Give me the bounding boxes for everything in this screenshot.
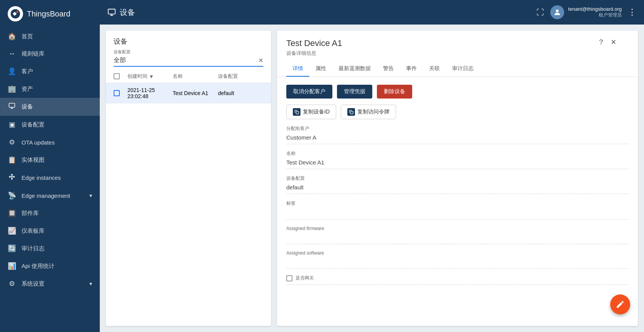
device-profiles-icon: ▣	[8, 120, 16, 129]
sidebar-item-label: 首页	[21, 33, 33, 40]
copy-token-button[interactable]: 复制访问令牌	[341, 105, 396, 119]
audit-log-icon: 🔄	[8, 244, 16, 253]
table-row[interactable]: 2021-11-25 23:02:48 Test Device A1 defau…	[106, 83, 271, 104]
row-checkbox[interactable]	[114, 90, 120, 96]
field-tags: 标签	[286, 200, 629, 220]
edit-fab-button[interactable]	[610, 294, 630, 314]
edge-instances-icon	[8, 173, 16, 182]
field-customer: 分配给客户 Customer A	[286, 125, 629, 144]
field-firmware: Assigned firmware	[286, 226, 629, 244]
svg-rect-9	[296, 112, 299, 114]
sidebar-item-home[interactable]: 🏠 首页	[0, 28, 100, 45]
rule-chains-icon: ↔	[8, 50, 16, 58]
assets-icon: 🏢	[8, 85, 16, 93]
detail-tabs: 详情 属性 最新遥测数据 警告 事件 关联 审计日志	[286, 61, 615, 77]
gateway-row: 是否网关	[286, 275, 629, 285]
user-details: tenant@thingsboard.org 租户管理员	[568, 6, 622, 18]
sidebar-item-label: 部件库	[21, 210, 39, 217]
field-gateway: 是否网关	[286, 275, 629, 285]
copy-token-icon	[347, 108, 355, 116]
filter-clear-button[interactable]: ✕	[258, 57, 263, 64]
devices-icon	[8, 102, 16, 111]
tab-attributes[interactable]: 属性	[309, 61, 332, 77]
detail-panel: Test Device A1 设备详细信息 详情 属性 最新遥测数据 警告 事件…	[277, 31, 638, 326]
sidebar-item-dashboards[interactable]: 📈 仪表板库	[0, 222, 100, 240]
panel-header: 设备	[106, 31, 271, 49]
entity-view-icon: 📋	[8, 156, 16, 164]
chevron-down-icon: ▾	[89, 192, 92, 199]
sidebar-item-device-profiles[interactable]: ▣ 设备配置	[0, 116, 100, 133]
name-column-header: 名称	[173, 73, 218, 80]
tags-label: 标签	[286, 200, 629, 207]
close-button[interactable]: ✕	[608, 37, 619, 48]
topbar-title-area: 设备	[107, 7, 532, 18]
tab-audit[interactable]: 审计日志	[446, 61, 480, 77]
filter-section: 设备配置 全部 ✕	[106, 49, 271, 67]
app-logo: ThingsBoard	[0, 0, 100, 28]
more-options-icon[interactable]: ⋮	[628, 7, 636, 17]
sidebar-item-ota-updates[interactable]: ⚙ OTA updates	[0, 133, 100, 151]
customer-label: 分配给客户	[286, 125, 629, 132]
sidebar-item-api-usage[interactable]: 📊 Api 使用统计	[0, 257, 100, 275]
topbar-title: 设备	[120, 7, 135, 18]
app-name: ThingsBoard	[27, 10, 70, 18]
profile-column-header: 设备配置	[218, 73, 263, 80]
sidebar-item-customers[interactable]: 👤 客户	[0, 62, 100, 80]
tab-telemetry[interactable]: 最新遥测数据	[332, 61, 377, 77]
svg-rect-10	[351, 112, 353, 114]
copy-token-label: 复制访问令牌	[357, 108, 390, 115]
sidebar-item-label: 规则链库	[21, 50, 45, 58]
gateway-checkbox[interactable]	[286, 275, 292, 281]
firmware-label: Assigned firmware	[286, 226, 629, 231]
tab-events[interactable]: 事件	[400, 61, 423, 77]
manage-credentials-button[interactable]: 管理凭据	[337, 85, 372, 99]
sidebar-item-label: Api 使用统计	[21, 263, 54, 270]
sidebar-item-audit-log[interactable]: 🔄 审计日志	[0, 240, 100, 257]
field-software: Assigned software	[286, 250, 629, 269]
sidebar-item-label: 设备	[21, 103, 33, 110]
filter-row: 全部 ✕	[114, 56, 263, 67]
help-icon[interactable]: ?	[596, 37, 606, 48]
row-date: 2021-11-25 23:02:48	[127, 87, 173, 99]
sidebar-item-edge-management[interactable]: 📡 Edge management ▾	[0, 187, 100, 204]
tab-alarms[interactable]: 警告	[377, 61, 400, 77]
user-info[interactable]: tenant@thingsboard.org 租户管理员	[550, 5, 622, 19]
customers-icon: 👤	[8, 67, 16, 76]
delete-device-button[interactable]: 删除设备	[377, 85, 412, 99]
user-role: 租户管理员	[568, 12, 622, 18]
sidebar-item-devices[interactable]: 设备	[0, 98, 100, 116]
table-header: 创建时间 ▼ 名称 设备配置	[106, 70, 271, 83]
devices-topbar-icon	[107, 8, 116, 16]
detail-header: Test Device A1 设备详细信息 详情 属性 最新遥测数据 警告 事件…	[277, 31, 638, 77]
sidebar-item-label: 客户	[21, 68, 33, 75]
copy-buttons: 复制设备ID 复制访问令牌	[286, 105, 629, 119]
sidebar-item-edge-instances[interactable]: Edge instances	[0, 169, 100, 187]
sidebar-item-label: OTA updates	[21, 139, 54, 146]
sidebar-item-widgets[interactable]: 🔲 部件库	[0, 204, 100, 222]
sidebar-item-rule-chains[interactable]: ↔ 规则链库	[0, 45, 100, 62]
copy-id-button[interactable]: 复制设备ID	[286, 105, 336, 119]
edge-management-icon: 📡	[8, 191, 16, 200]
row-profile: default	[218, 90, 263, 96]
svg-point-6	[12, 178, 13, 179]
unassign-customer-button[interactable]: 取消分配客户	[286, 85, 332, 99]
fullscreen-icon[interactable]: ⛶	[537, 8, 544, 17]
svg-point-5	[12, 174, 13, 175]
customer-value: Customer A	[286, 134, 629, 144]
sidebar-item-entity-view[interactable]: 📋 实体视图	[0, 151, 100, 169]
svg-point-3	[9, 176, 10, 178]
select-all-checkbox[interactable]	[114, 73, 120, 79]
tab-relations[interactable]: 关联	[423, 61, 446, 77]
system-settings-icon: ⚙	[8, 279, 16, 288]
sidebar-item-system-settings[interactable]: ⚙ 系统设置 ▾	[0, 275, 100, 293]
profile-label: 设备配置	[286, 175, 629, 182]
content-area: 设备 设备配置 全部 ✕ 创建时间 ▼ 名称 设备配置 20	[100, 25, 644, 332]
date-column-header[interactable]: 创建时间 ▼	[127, 73, 173, 80]
filter-label: 设备配置	[114, 49, 263, 55]
tab-details[interactable]: 详情	[286, 61, 309, 77]
field-profile: 设备配置 default	[286, 175, 629, 194]
software-label: Assigned software	[286, 250, 629, 256]
tags-value	[286, 209, 629, 220]
sidebar-item-assets[interactable]: 🏢 资产	[0, 80, 100, 98]
firmware-value	[286, 233, 629, 244]
